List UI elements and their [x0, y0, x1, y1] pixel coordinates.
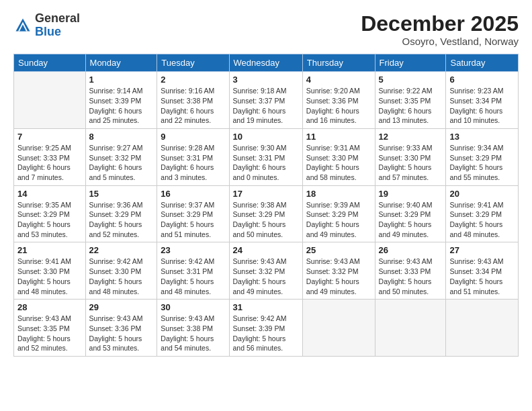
day-detail: Sunrise: 9:42 AM Sunset: 3:39 PM Dayligh…: [233, 314, 299, 353]
day-number: 11: [306, 132, 371, 142]
day-cell: 26Sunrise: 9:43 AM Sunset: 3:33 PM Dayli…: [375, 242, 446, 300]
day-cell: 29Sunrise: 9:43 AM Sunset: 3:36 PM Dayli…: [85, 300, 157, 357]
day-cell: [375, 300, 446, 357]
header-thursday: Thursday: [302, 54, 375, 72]
day-cell: 20Sunrise: 9:41 AM Sunset: 3:29 PM Dayli…: [446, 185, 519, 242]
day-cell: 15Sunrise: 9:36 AM Sunset: 3:29 PM Dayli…: [85, 185, 157, 242]
week-row-4: 21Sunrise: 9:41 AM Sunset: 3:30 PM Dayli…: [14, 242, 519, 300]
day-detail: Sunrise: 9:30 AM Sunset: 3:31 PM Dayligh…: [233, 143, 299, 183]
day-detail: Sunrise: 9:43 AM Sunset: 3:38 PM Dayligh…: [161, 314, 225, 353]
day-cell: 12Sunrise: 9:33 AM Sunset: 3:30 PM Dayli…: [375, 128, 446, 185]
day-detail: Sunrise: 9:34 AM Sunset: 3:29 PM Dayligh…: [449, 143, 515, 183]
page-container: General Blue December 2025 Osoyro, Vestl…: [0, 0, 532, 363]
day-detail: Sunrise: 9:36 AM Sunset: 3:29 PM Dayligh…: [89, 200, 154, 240]
day-number: 22: [89, 245, 154, 255]
day-detail: Sunrise: 9:43 AM Sunset: 3:32 PM Dayligh…: [233, 257, 299, 296]
day-cell: 14Sunrise: 9:35 AM Sunset: 3:29 PM Dayli…: [14, 185, 86, 242]
day-number: 23: [161, 245, 225, 255]
day-cell: [446, 300, 519, 357]
day-number: 15: [89, 189, 154, 199]
day-number: 5: [379, 75, 443, 85]
day-cell: 8Sunrise: 9:27 AM Sunset: 3:32 PM Daylig…: [85, 128, 157, 185]
day-detail: Sunrise: 9:28 AM Sunset: 3:31 PM Dayligh…: [161, 143, 225, 183]
day-number: 29: [89, 302, 154, 312]
day-number: 25: [306, 245, 371, 255]
day-detail: Sunrise: 9:35 AM Sunset: 3:29 PM Dayligh…: [17, 200, 82, 240]
day-detail: Sunrise: 9:40 AM Sunset: 3:29 PM Dayligh…: [379, 200, 443, 240]
calendar-table: Sunday Monday Tuesday Wednesday Thursday…: [13, 54, 519, 357]
header: General Blue December 2025 Osoyro, Vestl…: [13, 12, 519, 47]
logo-icon: [13, 16, 32, 35]
day-number: 16: [161, 189, 225, 199]
day-number: 3: [233, 75, 299, 85]
day-detail: Sunrise: 9:18 AM Sunset: 3:37 PM Dayligh…: [233, 86, 299, 126]
day-cell: 6Sunrise: 9:23 AM Sunset: 3:34 PM Daylig…: [446, 72, 519, 129]
day-cell: 5Sunrise: 9:22 AM Sunset: 3:35 PM Daylig…: [375, 72, 446, 129]
day-number: 7: [17, 132, 82, 142]
day-number: 12: [379, 132, 443, 142]
day-number: 6: [449, 75, 515, 85]
day-cell: 4Sunrise: 9:20 AM Sunset: 3:36 PM Daylig…: [302, 72, 375, 129]
day-number: 20: [449, 189, 515, 199]
day-cell: 11Sunrise: 9:31 AM Sunset: 3:30 PM Dayli…: [302, 128, 375, 185]
logo: General Blue: [13, 12, 80, 39]
header-sunday: Sunday: [14, 54, 86, 72]
day-cell: 10Sunrise: 9:30 AM Sunset: 3:31 PM Dayli…: [229, 128, 302, 185]
day-number: 28: [17, 302, 82, 312]
day-number: 24: [233, 245, 299, 255]
day-cell: 18Sunrise: 9:39 AM Sunset: 3:29 PM Dayli…: [302, 185, 375, 242]
day-detail: Sunrise: 9:41 AM Sunset: 3:30 PM Dayligh…: [17, 257, 82, 296]
day-detail: Sunrise: 9:37 AM Sunset: 3:29 PM Dayligh…: [161, 200, 225, 240]
day-number: 2: [161, 75, 225, 85]
month-year: December 2025: [361, 12, 519, 36]
location: Osoyro, Vestland, Norway: [361, 36, 519, 47]
day-detail: Sunrise: 9:43 AM Sunset: 3:32 PM Dayligh…: [306, 257, 371, 296]
header-wednesday: Wednesday: [229, 54, 302, 72]
day-cell: 21Sunrise: 9:41 AM Sunset: 3:30 PM Dayli…: [14, 242, 86, 300]
day-detail: Sunrise: 9:43 AM Sunset: 3:34 PM Dayligh…: [449, 257, 515, 296]
calendar-body: 1Sunrise: 9:14 AM Sunset: 3:39 PM Daylig…: [14, 72, 519, 357]
day-number: 17: [233, 189, 299, 199]
day-detail: Sunrise: 9:42 AM Sunset: 3:30 PM Dayligh…: [89, 257, 154, 296]
day-cell: 24Sunrise: 9:43 AM Sunset: 3:32 PM Dayli…: [229, 242, 302, 300]
day-cell: 3Sunrise: 9:18 AM Sunset: 3:37 PM Daylig…: [229, 72, 302, 129]
day-detail: Sunrise: 9:25 AM Sunset: 3:33 PM Dayligh…: [17, 143, 82, 183]
day-number: 10: [233, 132, 299, 142]
day-number: 31: [233, 302, 299, 312]
weekday-header-row: Sunday Monday Tuesday Wednesday Thursday…: [14, 54, 519, 72]
header-saturday: Saturday: [446, 54, 519, 72]
day-detail: Sunrise: 9:31 AM Sunset: 3:30 PM Dayligh…: [306, 143, 371, 183]
day-cell: 1Sunrise: 9:14 AM Sunset: 3:39 PM Daylig…: [85, 72, 157, 129]
day-cell: 28Sunrise: 9:43 AM Sunset: 3:35 PM Dayli…: [14, 300, 86, 357]
day-number: 4: [306, 75, 371, 85]
day-number: 13: [449, 132, 515, 142]
title-block: December 2025 Osoyro, Vestland, Norway: [361, 12, 519, 47]
day-cell: 19Sunrise: 9:40 AM Sunset: 3:29 PM Dayli…: [375, 185, 446, 242]
logo-blue-text: Blue: [35, 25, 61, 38]
day-number: 8: [89, 132, 154, 142]
day-detail: Sunrise: 9:38 AM Sunset: 3:29 PM Dayligh…: [233, 200, 299, 240]
day-detail: Sunrise: 9:23 AM Sunset: 3:34 PM Dayligh…: [449, 86, 515, 126]
day-cell: 30Sunrise: 9:43 AM Sunset: 3:38 PM Dayli…: [157, 300, 229, 357]
day-detail: Sunrise: 9:22 AM Sunset: 3:35 PM Dayligh…: [379, 86, 443, 126]
week-row-3: 14Sunrise: 9:35 AM Sunset: 3:29 PM Dayli…: [14, 185, 519, 242]
week-row-2: 7Sunrise: 9:25 AM Sunset: 3:33 PM Daylig…: [14, 128, 519, 185]
day-cell: 2Sunrise: 9:16 AM Sunset: 3:38 PM Daylig…: [157, 72, 229, 129]
day-cell: 25Sunrise: 9:43 AM Sunset: 3:32 PM Dayli…: [302, 242, 375, 300]
day-number: 18: [306, 189, 371, 199]
day-number: 19: [379, 189, 443, 199]
day-number: 14: [17, 189, 82, 199]
day-cell: 16Sunrise: 9:37 AM Sunset: 3:29 PM Dayli…: [157, 185, 229, 242]
week-row-1: 1Sunrise: 9:14 AM Sunset: 3:39 PM Daylig…: [14, 72, 519, 129]
day-detail: Sunrise: 9:43 AM Sunset: 3:33 PM Dayligh…: [379, 257, 443, 296]
logo-general-text: General: [35, 11, 80, 25]
header-monday: Monday: [85, 54, 157, 72]
header-friday: Friday: [375, 54, 446, 72]
day-cell: [302, 300, 375, 357]
day-detail: Sunrise: 9:27 AM Sunset: 3:32 PM Dayligh…: [89, 143, 154, 183]
day-number: 1: [89, 75, 154, 85]
day-detail: Sunrise: 9:39 AM Sunset: 3:29 PM Dayligh…: [306, 200, 371, 240]
day-number: 27: [449, 245, 515, 255]
day-cell: 17Sunrise: 9:38 AM Sunset: 3:29 PM Dayli…: [229, 185, 302, 242]
week-row-5: 28Sunrise: 9:43 AM Sunset: 3:35 PM Dayli…: [14, 300, 519, 357]
